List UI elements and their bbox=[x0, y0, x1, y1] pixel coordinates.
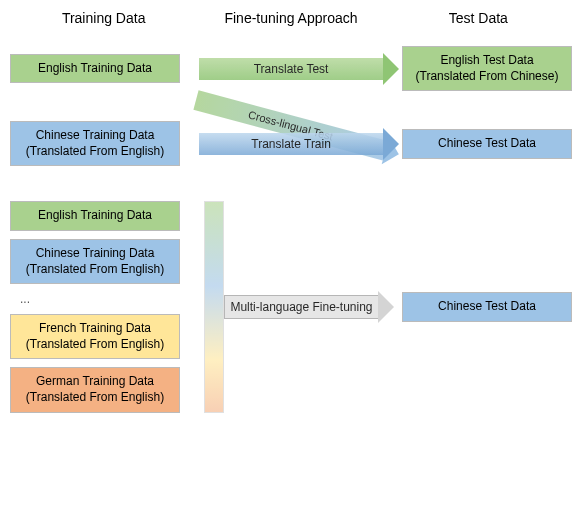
chinese-train-line1: Chinese Training Data bbox=[36, 128, 155, 142]
arrow-label: Translate Test bbox=[199, 58, 383, 80]
arrow-label: Translate Train bbox=[199, 133, 383, 155]
german-training-box: German Training Data (Translated From En… bbox=[10, 367, 180, 412]
multilang-arrow: Multi-language Fine-tuning bbox=[224, 293, 394, 321]
translate-test-arrow: Translate Test bbox=[199, 55, 399, 83]
english-test-line2: (Translated From Chinese) bbox=[416, 69, 559, 83]
arrow-label: Multi-language Fine-tuning bbox=[224, 295, 378, 319]
arrow-head-icon bbox=[378, 291, 394, 323]
english-test-line1: English Test Data bbox=[440, 53, 533, 67]
gradient-join-bar bbox=[204, 201, 224, 412]
header-training: Training Data bbox=[10, 10, 197, 26]
french-training-box: French Training Data (Translated From En… bbox=[10, 314, 180, 359]
arrow-head-icon bbox=[383, 128, 399, 160]
training-stack: English Training Data Chinese Training D… bbox=[10, 201, 200, 412]
french-train-line1: French Training Data bbox=[39, 321, 151, 335]
bottom-section: English Training Data Chinese Training D… bbox=[10, 201, 572, 412]
header-approach: Fine-tuning Approach bbox=[197, 10, 384, 26]
french-train-line2: (Translated From English) bbox=[26, 337, 164, 351]
translate-train-arrow: Translate Train bbox=[199, 130, 399, 158]
english-test-box: English Test Data (Translated From Chine… bbox=[402, 46, 572, 91]
top-section: English Training Data Translate Test Eng… bbox=[10, 46, 572, 166]
chinese-train-line2: (Translated From English) bbox=[26, 144, 164, 158]
arrow-head-icon bbox=[383, 53, 399, 85]
chinese-test-box: Chinese Test Data bbox=[402, 129, 572, 159]
chinese-training-box: Chinese Training Data (Translated From E… bbox=[10, 239, 180, 284]
header-test: Test Data bbox=[385, 10, 572, 26]
chinese-train-line2: (Translated From English) bbox=[26, 262, 164, 276]
german-train-line2: (Translated From English) bbox=[26, 390, 164, 404]
chinese-test-box: Chinese Test Data bbox=[402, 292, 572, 322]
column-headers: Training Data Fine-tuning Approach Test … bbox=[10, 10, 572, 26]
german-train-line1: German Training Data bbox=[36, 374, 154, 388]
ellipsis: ... bbox=[10, 292, 200, 306]
chinese-train-line1: Chinese Training Data bbox=[36, 246, 155, 260]
chinese-training-box: Chinese Training Data (Translated From E… bbox=[10, 121, 180, 166]
english-training-box: English Training Data bbox=[10, 201, 180, 231]
english-training-box: English Training Data bbox=[10, 54, 180, 84]
